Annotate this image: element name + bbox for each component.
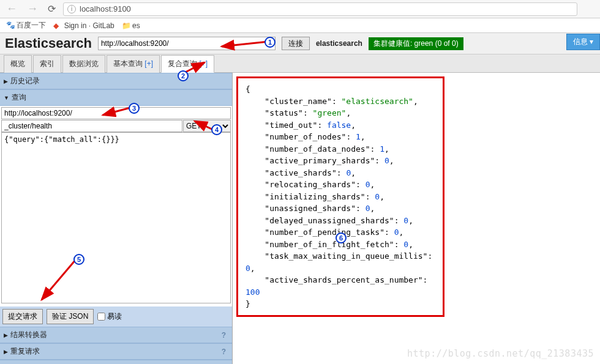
triangle-down-icon: ▼ [4, 95, 9, 101]
submit-request-button[interactable]: 提交请求 [2, 309, 43, 324]
action-row: 提交请求 验证 JSON 易读 [0, 306, 232, 327]
bookmark-es[interactable]: 📁 es [122, 21, 140, 30]
result-panel: { "cluster_name": "elasticsearch", "stat… [233, 73, 600, 364]
app-title: Elasticsearch [5, 35, 92, 51]
triangle-right-icon: ▶ [4, 349, 8, 355]
help-icon[interactable]: ? [222, 331, 228, 340]
gitlab-icon: ◆ [53, 21, 62, 30]
left-panel: ▶历史记录 ▼查询 GET {"query":{"match_all":{}}}… [0, 73, 233, 364]
bookmarks-bar: 🐾 百度一下 ◆ Sign in · GitLab 📁 es [0, 18, 600, 33]
tabs-bar: 概览 索引 数据浏览 基本查询 [+] 复合查询 [+] [0, 54, 600, 73]
tab-overview[interactable]: 概览 [4, 55, 32, 73]
tab-indices[interactable]: 索引 [33, 55, 61, 73]
triangle-right-icon: ▶ [4, 332, 8, 338]
app-header: Elasticsearch 连接 elasticsearch 集群健康值: gr… [0, 33, 600, 54]
site-info-icon[interactable]: i [67, 5, 76, 13]
path-input[interactable] [1, 120, 182, 132]
history-header[interactable]: ▶历史记录 [0, 73, 232, 89]
address-bar[interactable]: i localhost:9100 [63, 2, 577, 16]
main-area: ▶历史记录 ▼查询 GET {"query":{"match_all":{}}}… [0, 73, 600, 364]
health-status-badge: 集群健康值: green (0 of 0) [369, 37, 463, 50]
triangle-right-icon: ▶ [4, 78, 8, 84]
cluster-name: elasticsearch [316, 39, 362, 48]
bookmark-gitlab[interactable]: ◆ Sign in · GitLab [53, 21, 114, 30]
browser-chrome: ← → ⟳ i localhost:9100 [0, 0, 600, 18]
validate-json-button[interactable]: 验证 JSON [47, 309, 94, 324]
transformer-header[interactable]: ▶结果转换器? [0, 327, 232, 343]
tab-basic-query[interactable]: 基本查询 [+] [107, 55, 160, 73]
display-header[interactable]: ▶显示选项 [0, 360, 232, 364]
tab-browse[interactable]: 数据浏览 [62, 55, 105, 73]
pretty-checkbox[interactable] [97, 313, 105, 321]
query-inputs: GET {"query":{"match_all":{}}} [0, 106, 232, 306]
forward-icon: → [24, 2, 40, 15]
bookmark-baidu[interactable]: 🐾 百度一下 [6, 20, 46, 31]
watermark: http://blog.csdn.net/qq_21383435 [407, 348, 594, 359]
tab-compound-query[interactable]: 复合查询 [+] [161, 55, 214, 73]
repeat-header[interactable]: ▶重复请求? [0, 343, 232, 360]
reload-icon[interactable]: ⟳ [45, 3, 58, 15]
url-text: localhost:9100 [80, 4, 131, 13]
json-result: { "cluster_name": "elasticsearch", "stat… [236, 76, 444, 317]
query-header[interactable]: ▼查询 [0, 89, 232, 106]
request-body-textarea[interactable]: {"query":{"match_all":{}}} [1, 132, 231, 303]
connection-url-input[interactable] [98, 37, 276, 50]
base-url-input[interactable] [1, 107, 231, 119]
help-icon[interactable]: ? [222, 347, 228, 356]
back-icon[interactable]: ← [4, 2, 20, 15]
connect-button[interactable]: 连接 [282, 37, 310, 50]
paw-icon: 🐾 [6, 21, 15, 29]
folder-icon: 📁 [122, 21, 130, 30]
info-dropdown-button[interactable]: 信息 ▾ [566, 34, 600, 50]
http-method-select[interactable]: GET [183, 120, 231, 132]
pretty-checkbox-label[interactable]: 易读 [97, 311, 122, 322]
